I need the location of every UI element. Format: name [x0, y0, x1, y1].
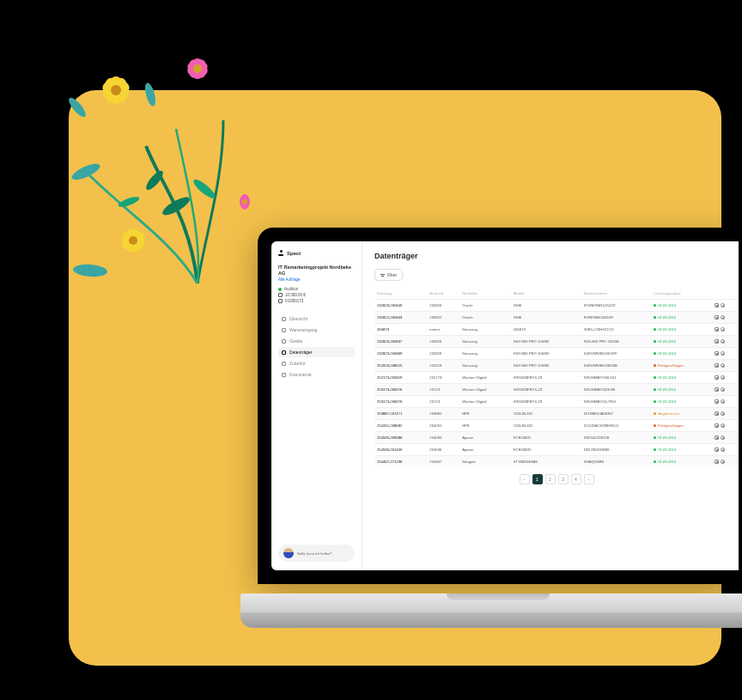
status-dot-icon [654, 448, 656, 451]
column-header[interactable]: Seriennummer [581, 288, 652, 300]
table-row[interactable]: 254596-261459254596ApacerFOB1000CD027050… [374, 444, 739, 456]
cell-status: 01.05.2024 [651, 396, 711, 408]
all-projects-link[interactable]: Alle Aufträge [278, 277, 355, 282]
sidebar-item-label: Zubehör [289, 361, 306, 366]
add-icon[interactable] [721, 447, 725, 452]
add-icon[interactable] [721, 399, 725, 404]
table-row[interactable]: 232820-265840232820OracleSSM37VNFGM15252… [374, 300, 739, 312]
download-icon[interactable] [715, 460, 719, 464]
sidebar-item-overview[interactable]: Übersicht [278, 313, 355, 324]
status-dot-icon [654, 352, 656, 355]
table-row[interactable]: 232829-265809232829SamsungSSD 860 PRO 25… [374, 348, 739, 360]
add-icon[interactable] [721, 435, 725, 440]
cell-id: 232822-265843 [374, 312, 427, 324]
cell-origin: 232820 [427, 300, 459, 312]
download-icon[interactable] [715, 303, 719, 307]
table-row[interactable]: 265873externSamsung265873S5B1-L70H621CD0… [374, 324, 739, 336]
add-icon[interactable] [721, 375, 725, 380]
add-icon[interactable] [721, 387, 725, 392]
page-button[interactable]: 1 [532, 474, 543, 484]
sidebar-item-documents[interactable]: Dokumente [278, 369, 355, 380]
status-text: Fehlgeschlagen [658, 363, 684, 368]
status-text: 01.05.2024 [658, 315, 676, 320]
add-icon[interactable] [721, 423, 725, 428]
download-icon[interactable] [715, 363, 719, 368]
sidebar-item-devices[interactable]: Geräte [278, 336, 355, 346]
app-window: Spect IT Remarketingprojekt Nordbeke AG … [271, 241, 739, 570]
download-icon[interactable] [715, 327, 719, 332]
download-icon[interactable] [715, 399, 719, 404]
monitor-icon [282, 339, 286, 344]
page-button[interactable]: 3 [558, 474, 569, 484]
sidebar-item-label: Übersicht [289, 316, 307, 321]
add-icon[interactable] [721, 339, 725, 344]
sidebar-item-drives[interactable]: Datenträger [278, 347, 355, 357]
brand-logo-icon [278, 250, 284, 256]
download-icon[interactable] [715, 435, 719, 440]
cell-serial: S4DVNF0M153043B [581, 360, 652, 372]
cell-vendor: Western Digital [459, 384, 511, 396]
cell-origin: 252173 [427, 372, 459, 384]
cell-origin: 232829 [427, 348, 459, 360]
column-header[interactable]: Modell [511, 288, 581, 300]
sidebar-item-accessories[interactable]: Zubehör [278, 358, 355, 368]
cell-serial: D0270501DB06 [581, 444, 652, 456]
add-icon[interactable] [721, 363, 725, 368]
cell-status: 01.05.2024 [651, 336, 711, 348]
cell-origin: 254261 [427, 420, 459, 432]
cell-origin: 25173 [427, 384, 459, 396]
cell-status: Abgebrochen [651, 408, 711, 420]
column-header[interactable]: Herkunft [427, 288, 459, 300]
column-header[interactable]: Kennung [374, 288, 427, 300]
cell-origin: 232826 [427, 336, 459, 348]
status-text: 01.05.2024 [658, 435, 676, 440]
add-icon[interactable] [721, 327, 725, 332]
add-icon[interactable] [721, 460, 725, 464]
download-icon[interactable] [715, 387, 719, 392]
download-icon[interactable] [715, 339, 719, 344]
table-row[interactable]: 252173-265829252173Western DigitalWD1003… [374, 372, 739, 384]
page-next-button[interactable]: → [584, 474, 594, 484]
status-dot-icon [654, 460, 656, 463]
table-row[interactable]: 254407-271236254407SeagateST180004GASW3A… [374, 456, 739, 468]
download-icon[interactable] [715, 375, 719, 380]
page-button[interactable]: 4 [571, 474, 581, 484]
project-ref: FG950173 [285, 299, 303, 303]
help-bubble[interactable]: Hallo, kann ich helfen? [278, 545, 355, 562]
cell-origin: 253881 [427, 408, 459, 420]
download-icon[interactable] [715, 351, 719, 356]
download-icon[interactable] [715, 315, 719, 320]
add-icon[interactable] [721, 315, 725, 320]
table-row[interactable]: 254595-269080254595ApacerFOB1000CD025421… [374, 432, 739, 444]
add-icon[interactable] [721, 303, 725, 307]
download-icon[interactable] [715, 423, 719, 428]
cell-status: 01.05.2024 [651, 372, 711, 384]
svg-point-26 [193, 64, 202, 73]
cell-vendor: HPE [459, 408, 511, 420]
svg-point-21 [191, 58, 204, 79]
add-icon[interactable] [721, 351, 725, 356]
cell-actions [712, 432, 739, 444]
svg-point-25 [186, 59, 210, 79]
page-prev-button[interactable]: ← [520, 474, 530, 484]
table-row[interactable]: 252023-268625252023SamsungSSD 860 PRO 25… [374, 360, 739, 372]
table-row[interactable]: 253173-26607625173Western DigitalWD1003F… [374, 384, 739, 396]
column-header[interactable]: Hersteller [459, 288, 511, 300]
column-header[interactable]: Löschungsstatus [651, 288, 711, 300]
add-icon[interactable] [721, 411, 725, 416]
status-text: 01.05.2024 [658, 399, 676, 404]
status-dot-icon [654, 412, 656, 415]
table-row[interactable]: 232826-265837232826SamsungSSD 860 PRO 25… [374, 336, 739, 348]
sidebar-item-incoming[interactable]: Wareneingang [278, 325, 355, 335]
status-dot-icon [654, 340, 656, 343]
table-row[interactable]: 253887-267471253881HPE150138-10255TBM3JJ… [374, 408, 739, 420]
filter-button[interactable]: Filter [374, 269, 403, 281]
table-row[interactable]: 253173-26607625173Western DigitalWD1003F… [374, 396, 739, 408]
page-button[interactable]: 2 [545, 474, 556, 484]
status-text: 01.05.2024 [658, 460, 676, 464]
column-header[interactable] [712, 288, 739, 300]
download-icon[interactable] [715, 447, 719, 452]
table-row[interactable]: 254261-268082254261HPE150138-1025C24DACK… [374, 420, 739, 432]
download-icon[interactable] [715, 411, 719, 416]
table-row[interactable]: 232822-265843232822OracleSSMFVNFGM153019… [374, 312, 739, 324]
